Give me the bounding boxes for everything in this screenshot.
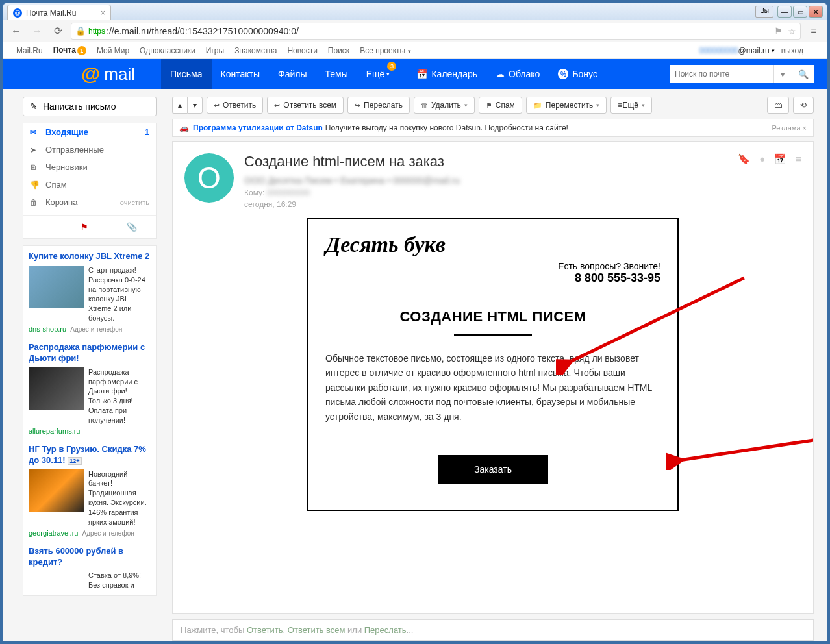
nav-calendar[interactable]: 📅Календарь: [407, 59, 486, 89]
bookmark-icon[interactable]: 🔖: [738, 153, 750, 209]
nav-themes[interactable]: Темы: [316, 59, 357, 89]
logout-link[interactable]: выход: [781, 46, 803, 55]
back-button[interactable]: ←: [8, 23, 24, 39]
delete-button[interactable]: 🗑Удалить▾: [414, 97, 475, 114]
browser-window: @ Почта Mail.Ru × Вы — ▭ ✕ ← → ⟳ 🔒 https…: [3, 3, 827, 641]
maximize-button[interactable]: ▭: [793, 6, 807, 18]
folder-label: Отправленные: [45, 145, 104, 155]
logo[interactable]: @ mail: [81, 63, 135, 85]
portal-link-dating[interactable]: Знакомства: [234, 46, 277, 55]
nav-letters[interactable]: Письма: [161, 59, 212, 89]
folder-inbox[interactable]: ✉Входящие1: [23, 123, 156, 141]
ad-domain[interactable]: georgiatravel.ru: [29, 529, 78, 537]
reload-button[interactable]: ⟳: [50, 23, 66, 39]
ad-domain[interactable]: dns-shop.ru: [29, 325, 66, 333]
msg-menu-icon[interactable]: ≡: [796, 153, 801, 209]
clear-trash-link[interactable]: очистить: [120, 199, 149, 206]
extension-icon[interactable]: ⚑: [774, 26, 783, 36]
message-toolbar: ▴ ▾ ↩Ответить ↩Ответить всем ↪Переслать …: [172, 97, 814, 114]
filter-flagged-icon[interactable]: ⚑: [81, 222, 88, 232]
url-input[interactable]: 🔒 https ://e.mail.ru/thread/0:1543321751…: [71, 23, 801, 40]
portal-link-ok[interactable]: Одноклассники: [140, 46, 195, 55]
quick-reply-input[interactable]: Нажмите, чтобы Ответить, Ответить всем и…: [172, 619, 814, 641]
prev-message-button[interactable]: ▴: [172, 97, 187, 114]
ad-address[interactable]: Адрес и телефон: [70, 326, 122, 333]
filter-attach-icon[interactable]: 📎: [127, 222, 137, 232]
url-scheme: https: [88, 27, 105, 36]
nav-more-badge: 3: [387, 62, 396, 71]
portal-link-news[interactable]: Новости: [287, 46, 317, 55]
bookmark-icon[interactable]: ☆: [788, 26, 796, 36]
spam-button[interactable]: ⚑Спам: [479, 97, 522, 114]
more-button[interactable]: ≡ Ещё▾: [610, 97, 652, 114]
portal-link-mailru[interactable]: Mail.Ru: [16, 46, 43, 55]
portal-link-all[interactable]: Все проекты ▾: [360, 46, 410, 55]
search-input[interactable]: [670, 65, 773, 83]
ad-domain[interactable]: allureparfums.ru: [29, 427, 80, 435]
portal-nav: Mail.Ru Почта1 Мой Мир Одноклассники Игр…: [3, 42, 827, 59]
folder-trash[interactable]: 🗑Корзинаочистить: [23, 193, 156, 211]
ad-image: [29, 469, 84, 512]
spam-icon: 👎: [30, 180, 40, 190]
reply-button[interactable]: ↩Ответить: [207, 97, 263, 114]
ad-title[interactable]: Купите колонку JBL Xtreme 2: [29, 251, 151, 262]
ad-item[interactable]: НГ Тур в Грузию. Скидка 7% до 30.11! 12+…: [29, 444, 151, 537]
ads-block: Купите колонку JBL Xtreme 2 Старт продаж…: [23, 245, 157, 596]
svg-line-1: [679, 431, 814, 460]
folder-spam[interactable]: 👎Спам: [23, 176, 156, 193]
forward-button[interactable]: ↪Переслать: [347, 97, 410, 114]
ad-image: [29, 571, 84, 584]
lock-icon: 🔒: [75, 26, 86, 36]
filter-row: ⚑ 📎: [23, 215, 156, 238]
folder-drafts[interactable]: 🗎Черновики: [23, 158, 156, 176]
portal-link-moymir[interactable]: Мой Мир: [97, 46, 129, 55]
search-box: ▾ 🔍: [670, 65, 814, 83]
sidebar: ✎ Написать письмо ✉Входящие1 ➤Отправленн…: [3, 89, 164, 641]
ad-item[interactable]: Взять 600000 рублей в кредит? Ставка от …: [29, 546, 151, 590]
ad-title[interactable]: Взять 600000 рублей в кредит?: [29, 546, 151, 568]
minimize-button[interactable]: —: [777, 6, 792, 18]
search-dropdown[interactable]: ▾: [773, 65, 792, 83]
portal-link-games[interactable]: Игры: [206, 46, 224, 55]
ad-item[interactable]: Распродажа парфюмерии с Дьюти фри! Распр…: [29, 342, 151, 435]
order-button[interactable]: Заказать: [438, 455, 548, 484]
chrome-user-badge[interactable]: Вы: [755, 6, 773, 18]
nav-more[interactable]: Ещё▾3: [357, 59, 399, 89]
search-button[interactable]: 🔍: [792, 65, 814, 83]
promo-bar[interactable]: 🚗 Программа утилизации от Datsun Получит…: [172, 119, 814, 137]
sent-icon: ➤: [30, 145, 40, 155]
close-window-button[interactable]: ✕: [809, 6, 823, 18]
email-body: Десять букв Есть вопросы? Звоните! 8 800…: [307, 218, 679, 511]
folder-sent[interactable]: ➤Отправленные: [23, 141, 156, 158]
calendar-icon: 📅: [416, 69, 427, 79]
logo-text: mail: [104, 64, 135, 84]
close-tab-icon[interactable]: ×: [101, 8, 105, 18]
ad-title[interactable]: Распродажа парфюмерии с Дьюти фри!: [29, 342, 151, 364]
ad-address[interactable]: Адрес и телефон: [82, 530, 134, 537]
calendar-add-icon[interactable]: 📅: [774, 153, 786, 209]
forward-button[interactable]: →: [29, 23, 45, 39]
menu-button[interactable]: ≡: [806, 23, 822, 39]
browser-tab[interactable]: @ Почта Mail.Ru ×: [7, 5, 111, 20]
ad-title[interactable]: НГ Тур в Грузию. Скидка 7% до 30.11! 12+: [29, 444, 151, 466]
nav-contacts[interactable]: Контакты: [212, 59, 269, 89]
dot-icon[interactable]: ●: [759, 153, 765, 209]
compose-button[interactable]: ✎ Написать письмо: [23, 97, 157, 116]
nav-files[interactable]: Файлы: [269, 59, 316, 89]
portal-link-search[interactable]: Поиск: [328, 46, 349, 55]
next-message-button[interactable]: ▾: [187, 97, 203, 114]
ad-text: Новогодний банкет! Традиционная кухня. Э…: [88, 469, 151, 527]
body-paragraph: Обычное текстовое письмо, состоящее из о…: [325, 351, 660, 424]
move-button[interactable]: 📁Переместить▾: [526, 97, 607, 114]
message-subject: Создание html-писем на заказ: [244, 153, 727, 170]
main-pane: ▴ ▾ ↩Ответить ↩Ответить всем ↪Переслать …: [164, 89, 827, 641]
portal-link-mail[interactable]: Почта1: [53, 45, 86, 55]
message-from-blurred: ООО Десятка Писем • Екатерина • 000000@m…: [244, 175, 727, 186]
ad-item[interactable]: Купите колонку JBL Xtreme 2 Старт продаж…: [29, 251, 151, 333]
nav-cloud[interactable]: ☁Облако: [486, 59, 549, 89]
nav-bonus[interactable]: %Бонус: [549, 59, 607, 89]
promo-link[interactable]: Программа утилизации от Datsun: [193, 123, 323, 132]
archive-button[interactable]: 🗃: [767, 97, 789, 114]
reply-all-button[interactable]: ↩Ответить всем: [267, 97, 344, 114]
refresh-button[interactable]: ⟲: [793, 97, 814, 114]
